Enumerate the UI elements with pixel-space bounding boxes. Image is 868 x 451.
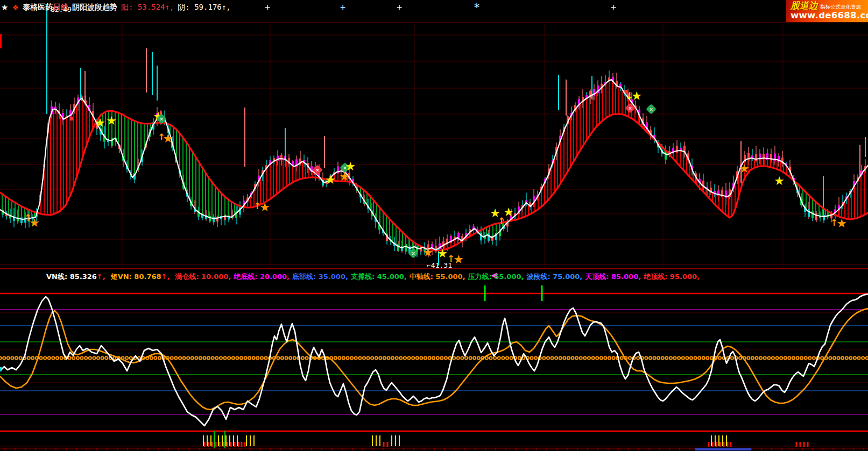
indicator-param-values: VN线: 85.326↑,短VN: 80.768↑,满仓线: 10.000,绝底…: [46, 272, 702, 282]
yang-value: 阳: 53.524↑,: [121, 3, 174, 12]
h-scrollbar-thumb[interactable]: [695, 448, 751, 450]
param-value: 绝顶线: 95.000,: [644, 272, 700, 282]
star-marker-icon: ★: [739, 162, 750, 175]
up-arrow-icon: ↑,: [161, 273, 170, 281]
param-value: 波段线: 75.000,: [526, 272, 582, 282]
param-value: 短VN: 80.768↑,: [111, 272, 173, 282]
star-marker-icon: ★: [325, 173, 336, 187]
star-marker-icon: ★: [631, 89, 642, 103]
logo-tagline: 指标公式量化资源: [820, 4, 861, 10]
indicator-params-row: 富乐高抛低吸 VN线: 85.326↑,短VN: 80.768↑,满仓线: 10…: [2, 272, 705, 282]
svg-text:✕: ✕: [159, 117, 164, 122]
watermark-logo: 股道边 指标公式量化资源 www.de6688.com: [786, 0, 868, 22]
plus-mark-icon: +: [264, 3, 271, 11]
star-marker-icon: ★: [836, 217, 847, 230]
top-cursor-marks: ++++*: [264, 1, 617, 13]
indicator-name: 阴阳波段趋势: [72, 3, 117, 12]
svg-text:✕: ✕: [628, 106, 632, 111]
star-marker-icon: ★: [95, 116, 105, 130]
time-axis: [0, 448, 868, 450]
svg-text:✕: ✕: [315, 168, 320, 173]
param-value: 绝底线: 20.000,: [234, 272, 290, 282]
svg-text:✕: ✕: [411, 251, 415, 256]
yin-value: 阴: 59.176↑,: [178, 3, 230, 12]
star-marker-icon: ★: [422, 246, 433, 259]
chart-canvas[interactable]: ↑★★★★✕↑★↑★✕★★✕★✕★★↑★★↑★↓★✕✕★★↑★++++*: [0, 0, 868, 451]
header-bar: ★ ❖ 泰格医药 日线 阴阳波段趋势 阳: 53.524↑, 阴: 59.176…: [1, 2, 231, 13]
low-price-annotation: ←41.31: [427, 261, 452, 269]
star-marker-icon: ★: [774, 174, 785, 188]
param-value: 天顶线: 85.000,: [585, 272, 641, 282]
trend-band-hatch: [2, 81, 864, 250]
dot-marker-icon: [70, 117, 74, 121]
chart-application: ↑★★★★✕↑★↑★✕★★✕★✕★★↑★★↑★↓★✕✕★★↑★++++* ★ ❖…: [0, 0, 868, 451]
logo-brand: 股道边: [791, 1, 818, 11]
param-value: 底部线: 35.000,: [292, 272, 348, 282]
oscillator-grid: [0, 313, 868, 446]
star-marker-icon: ★: [503, 205, 514, 219]
svg-text:✕: ✕: [649, 107, 653, 112]
plus-mark-icon: +: [340, 3, 346, 11]
signal-markers: ↑★★★★✕↑★↑★✕★★✕★✕★★↑★★↑★↓★✕✕★★↑★: [24, 89, 847, 266]
indicator-title: 富乐高抛低吸: [2, 272, 44, 282]
asterisk-mark-icon: *: [474, 1, 479, 13]
gear-icon[interactable]: ❖: [12, 3, 19, 12]
bottom-signal-ticks: [203, 431, 808, 448]
star-marker-icon: ★: [163, 132, 173, 145]
price-panel-grid: [0, 23, 868, 269]
param-value: 中轴线: 55.000,: [410, 272, 465, 282]
up-arrow-icon: ↑,: [97, 273, 105, 281]
favorite-star-icon[interactable]: ★: [1, 3, 8, 12]
star-marker-icon: ★: [437, 247, 448, 260]
vn-line: [0, 294, 868, 426]
param-value: 压力线: 65.000,: [468, 272, 524, 282]
star-marker-icon: ★: [29, 216, 40, 230]
param-value: 满仓线: 10.000,: [175, 272, 231, 282]
logo-url: www.de6688.com: [791, 11, 865, 20]
star-marker-icon: ★: [106, 114, 117, 127]
star-marker-icon: ★: [259, 201, 270, 214]
plus-mark-icon: +: [610, 3, 617, 11]
param-value: VN线: 85.326↑,: [46, 272, 108, 282]
param-value: 支撑线: 45.000,: [351, 272, 407, 282]
star-marker-icon: ★: [345, 160, 356, 173]
star-marker-icon: ★: [453, 253, 464, 266]
high-price-annotation: ←82.49: [46, 5, 72, 13]
plus-mark-icon: +: [396, 3, 403, 11]
